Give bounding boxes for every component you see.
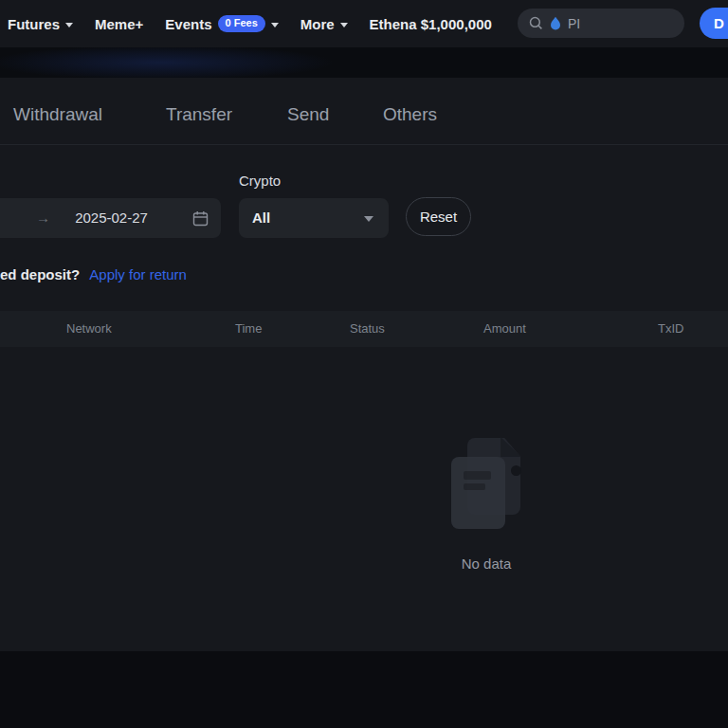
deposit-notice: ed deposit? Apply for return (0, 266, 187, 282)
chevron-down-icon (65, 23, 73, 27)
tab-others[interactable]: Others (383, 78, 437, 145)
column-header-amount: Amount (483, 311, 526, 347)
nav-item-label: Events (165, 16, 211, 32)
reset-button[interactable]: Reset (406, 197, 471, 236)
column-header-status: Status (350, 311, 385, 347)
search-icon (529, 16, 543, 30)
calendar-icon[interactable] (192, 210, 209, 227)
history-tabs: Withdrawal Transfer Send Others (0, 78, 728, 145)
nav-item-futures[interactable]: Futures (8, 16, 73, 32)
crypto-select-value: All (252, 198, 270, 238)
zero-fees-badge: 0 Fees (218, 15, 265, 32)
nav-item-label: Meme+ (95, 16, 143, 32)
apply-for-return-link[interactable]: Apply for return (89, 266, 187, 282)
column-header-time: Time (235, 311, 262, 347)
chevron-down-icon (271, 23, 279, 27)
arrow-right-icon: → (36, 198, 50, 238)
document-text-line (464, 471, 491, 480)
document-notch-shape (511, 465, 521, 476)
tab-transfer[interactable]: Transfer (166, 78, 232, 145)
tab-withdrawal[interactable]: Withdrawal (13, 78, 102, 145)
deposit-button[interactable]: D (700, 8, 728, 39)
search-token-label: PI (568, 16, 580, 31)
chevron-down-icon (364, 216, 373, 222)
nav-item-label: Ethena $1,000,000 (370, 16, 492, 32)
nav-item-more[interactable]: More (300, 16, 348, 32)
crypto-filter-label: Crypto (239, 173, 281, 189)
column-header-txid: TxID (658, 311, 683, 347)
deposit-notice-text: ed deposit? (0, 266, 80, 282)
table-header-row: Network Time Status Amount TxID (0, 311, 728, 347)
droplet-icon (550, 16, 561, 30)
date-range-input[interactable]: → 2025-02-27 (0, 198, 221, 238)
chevron-down-icon (340, 23, 348, 27)
search-input[interactable]: PI (518, 9, 684, 38)
no-data-icon (451, 438, 523, 529)
nav-item-meme[interactable]: Meme+ (95, 16, 143, 32)
deposit-history-page: Futures Meme+ Events 0 Fees More Ethena … (0, 0, 728, 728)
promo-banner (0, 47, 728, 78)
page-footer (0, 651, 728, 728)
nav-item-label: Futures (8, 16, 60, 32)
nav-item-label: More (300, 16, 335, 32)
document-front-shape (451, 457, 505, 529)
document-text-line (464, 483, 485, 490)
crypto-select[interactable]: All (239, 198, 389, 238)
column-header-network: Network (66, 311, 112, 347)
date-end-value: 2025-02-27 (71, 198, 152, 238)
nav-item-ethena-promo[interactable]: Ethena $1,000,000 (370, 16, 492, 32)
nav-item-events[interactable]: Events 0 Fees (165, 15, 278, 32)
tab-send[interactable]: Send (287, 78, 329, 145)
no-data-label: No data (391, 555, 581, 572)
